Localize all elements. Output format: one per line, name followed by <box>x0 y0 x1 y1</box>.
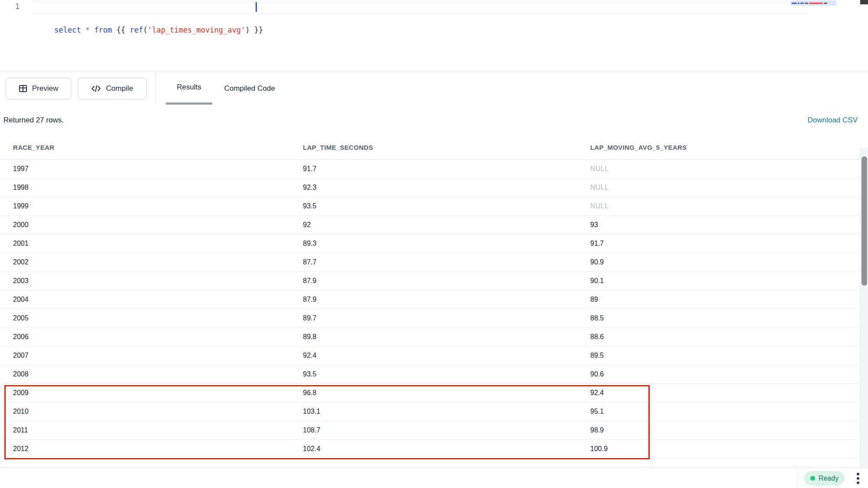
cell-lap-moving-avg: 98.9 <box>590 426 604 434</box>
code-token: {{ <box>112 26 130 34</box>
cell-lap-moving-avg: 92.4 <box>590 389 604 397</box>
cell-lap-moving-avg: NULL <box>590 184 609 191</box>
cell-race-year: 2003 <box>13 277 29 285</box>
cell-lap-moving-avg: 90.1 <box>590 277 604 285</box>
download-csv-link[interactable]: Download CSV <box>808 116 858 125</box>
compile-button-label: Compile <box>106 84 133 93</box>
sql-editor[interactable]: 1 select * from {{ ref('lap_times_moving… <box>0 0 868 71</box>
column-header-lap-moving-avg: LAP_MOVING_AVG_5_YEARS <box>590 143 687 151</box>
minimap-mark <box>805 3 808 4</box>
cell-lap-time-seconds: 92.4 <box>303 352 316 359</box>
tab-results-label: Results <box>177 83 201 92</box>
compile-button[interactable]: Compile <box>78 78 147 99</box>
table-row: 1998 92.3 NULL <box>0 178 860 197</box>
code-token: ) <box>245 26 250 34</box>
results-toolbar: Preview Compile Results Compiled Code <box>0 72 868 104</box>
table-scrollbar-track[interactable] <box>860 148 868 467</box>
cell-lap-time-seconds: 96.8 <box>303 389 316 397</box>
table-row: 2000 92 93 <box>0 216 860 234</box>
row-count-text: Returned 27 rows. <box>3 116 64 125</box>
kebab-dot-icon <box>857 473 859 475</box>
table-grid-icon <box>19 84 27 93</box>
table-row: 2007 92.4 89.5 <box>0 346 860 365</box>
table-row: 2012 102.4 100.9 <box>0 440 860 458</box>
cell-lap-time-seconds: 87.9 <box>303 277 316 285</box>
cell-lap-time-seconds: 92 <box>303 221 311 229</box>
cell-race-year: 2010 <box>13 408 29 415</box>
cell-race-year: 2006 <box>13 333 29 341</box>
cell-lap-moving-avg: 89.5 <box>590 352 604 359</box>
cell-race-year: 2009 <box>13 389 29 397</box>
status-bar-divider <box>797 468 798 488</box>
cell-lap-moving-avg: 93 <box>590 221 598 229</box>
table-row: 2010 103.1 95.1 <box>0 402 860 421</box>
code-line[interactable]: select * from {{ ref('lap_times_moving_a… <box>36 2 263 14</box>
kebab-menu-button[interactable] <box>852 470 865 487</box>
code-token: ( <box>143 26 148 34</box>
table-header: RACE_YEAR LAP_TIME_SECONDS LAP_MOVING_AV… <box>0 135 860 160</box>
editor-scrollbar-thumb[interactable] <box>860 0 868 4</box>
table-row: 2006 89.8 88.6 <box>0 328 860 346</box>
cell-lap-time-seconds: 89.3 <box>303 240 316 247</box>
cell-lap-time-seconds: 92.3 <box>303 184 316 191</box>
code-token: select <box>54 26 81 34</box>
cell-race-year: 2007 <box>13 352 29 359</box>
cell-lap-moving-avg: NULL <box>590 165 609 173</box>
code-token: * <box>85 26 90 34</box>
preview-button[interactable]: Preview <box>6 78 71 99</box>
cell-lap-time-seconds: 87.9 <box>303 296 316 303</box>
preview-button-label: Preview <box>32 84 58 93</box>
cell-race-year: 2005 <box>13 314 29 322</box>
cell-race-year: 2000 <box>13 221 29 229</box>
text-cursor <box>256 2 257 12</box>
code-token: from <box>94 26 112 34</box>
minimap[interactable] <box>791 0 836 6</box>
ready-status-badge[interactable]: Ready <box>804 471 845 485</box>
cell-lap-time-seconds: 89.7 <box>303 314 316 322</box>
cell-race-year: 2011 <box>13 426 28 434</box>
cell-lap-moving-avg: 90.9 <box>590 258 604 266</box>
table-row: 1999 93.5 NULL <box>0 197 860 216</box>
table-row: 2003 87.9 90.1 <box>0 272 860 290</box>
kebab-dot-icon <box>857 481 859 484</box>
cell-race-year: 2012 <box>13 445 29 453</box>
code-token: ref <box>130 26 143 34</box>
code-icon <box>91 84 101 93</box>
minimap-mark <box>824 3 827 4</box>
cell-lap-time-seconds: 103.1 <box>303 408 320 415</box>
cell-lap-time-seconds: 89.8 <box>303 333 316 341</box>
code-token <box>90 26 94 34</box>
cell-lap-moving-avg: 100.9 <box>590 445 608 453</box>
column-header-lap-time-seconds: LAP_TIME_SECONDS <box>303 143 373 151</box>
cell-lap-time-seconds: 91.7 <box>303 165 316 173</box>
column-header-race-year: RACE_YEAR <box>13 143 54 151</box>
cell-lap-time-seconds: 87.7 <box>303 258 316 266</box>
cell-lap-moving-avg: 95.1 <box>590 408 604 415</box>
status-bar: Ready <box>0 468 868 488</box>
table-row: 2004 87.9 89 <box>0 290 860 309</box>
tab-compiled-code[interactable]: Compiled Code <box>222 72 277 105</box>
cell-race-year: 2004 <box>13 296 29 303</box>
cell-race-year: 2008 <box>13 370 29 378</box>
table-row: 2009 96.8 92.4 <box>0 384 860 402</box>
cell-race-year: 1998 <box>13 184 29 191</box>
ready-status-label: Ready <box>819 475 838 482</box>
table-scrollbar-thumb[interactable] <box>861 156 867 286</box>
minimap-mark <box>809 3 823 4</box>
code-token: }} <box>250 26 263 34</box>
cell-race-year: 1999 <box>13 202 29 210</box>
table-row: 2001 89.3 91.7 <box>0 234 860 253</box>
tab-results[interactable]: Results <box>166 72 212 105</box>
cell-lap-moving-avg: 88.6 <box>590 333 604 341</box>
cell-race-year: 2002 <box>13 258 29 266</box>
table-row: 1997 91.7 NULL <box>0 160 860 178</box>
code-token: 'lap_times_moving_avg' <box>148 26 245 34</box>
cell-lap-moving-avg: 91.7 <box>590 240 604 247</box>
cell-lap-time-seconds: 102.4 <box>303 445 320 453</box>
table-row: 2008 93.5 90.6 <box>0 365 860 384</box>
cell-race-year: 2001 <box>13 240 29 247</box>
table-row: 2002 87.7 90.9 <box>0 253 860 272</box>
line-number: 1 <box>0 2 20 11</box>
table-row: 2011 108.7 98.9 <box>0 421 860 440</box>
kebab-dot-icon <box>857 477 859 480</box>
